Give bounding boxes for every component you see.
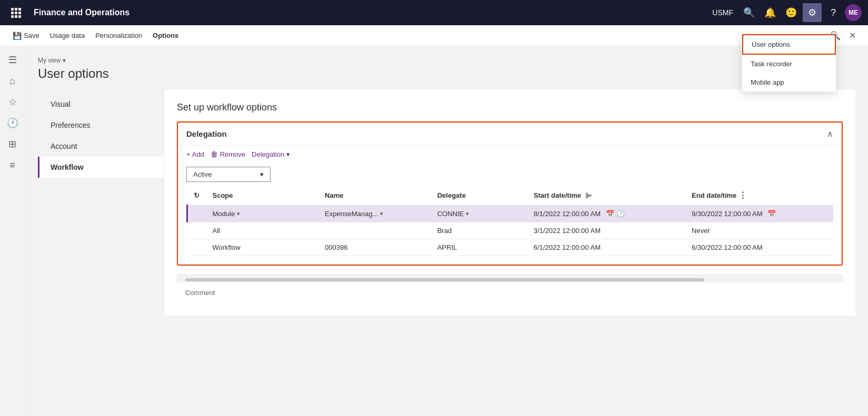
row-indicator-cell — [187, 239, 206, 256]
delegate-cell[interactable]: CONNIE ▾ — [431, 205, 527, 222]
main-layout: ☰ ⌂ ☆ 🕐 ⊞ ≡ My view ▾ User options Visua… — [0, 46, 868, 416]
my-view-breadcrumb[interactable]: My view ▾ — [38, 57, 855, 64]
nav-item-workflow[interactable]: Workflow — [38, 157, 164, 178]
svg-rect-8 — [18, 15, 21, 18]
left-nav-panel: Visual Preferences Account Workflow — [38, 89, 164, 316]
chevron-down-icon: ▾ — [286, 150, 290, 158]
nav-item-preferences[interactable]: Preferences — [38, 115, 164, 136]
sidebar-hamburger-icon[interactable]: ☰ — [3, 50, 22, 69]
delegate-dropdown-icon[interactable]: ▾ — [466, 210, 469, 217]
add-button[interactable]: + Add — [186, 150, 204, 158]
delegation-toolbar: + Add 🗑 Remove Delegation ▾ — [178, 145, 842, 163]
sidebar-modules-icon[interactable]: ≡ — [3, 156, 22, 175]
start-datetime-cell[interactable]: 8/1/2022 12:00:00 AM 📅 🕐 — [527, 205, 685, 222]
close-button[interactable]: ✕ — [845, 28, 860, 43]
personalization-button[interactable]: Personalization — [91, 29, 146, 42]
scope-cell[interactable]: All — [206, 222, 319, 239]
th-refresh[interactable]: ↻ — [187, 186, 206, 205]
sidebar-recent-icon[interactable]: 🕐 — [3, 114, 22, 133]
refresh-icon[interactable]: ↻ — [194, 191, 199, 199]
notification-icon[interactable]: 🔔 — [761, 3, 780, 22]
user-options-menu-item[interactable]: User options — [742, 34, 836, 55]
collapse-icon[interactable]: ∧ — [827, 129, 833, 139]
table-row[interactable]: Workflow 000396 APRIL 6/1/ — [187, 239, 834, 256]
nav-item-account[interactable]: Account — [38, 136, 164, 157]
section-title: Set up workflow options — [177, 102, 843, 113]
mobile-app-menu-item[interactable]: Mobile app — [742, 73, 836, 92]
name-cell[interactable]: ExpenseManag... ▾ — [318, 205, 431, 222]
horizontal-scrollbar[interactable] — [177, 274, 843, 282]
end-calendar-icon[interactable]: 📅 — [767, 210, 776, 218]
save-button[interactable]: 💾 Save — [8, 29, 44, 42]
delegation-section: Delegation ∧ + Add 🗑 Remove Delegation — [177, 121, 843, 266]
scrollbar-track[interactable] — [185, 278, 704, 281]
delegation-title: Delegation — [186, 129, 227, 138]
comment-section: Comment — [177, 282, 843, 303]
scope-cell[interactable]: Module ▾ — [206, 205, 319, 222]
th-name: Name — [318, 186, 431, 205]
end-datetime-cell[interactable]: Never — [685, 222, 833, 239]
clock-icon[interactable]: 🕐 — [616, 210, 625, 218]
th-start-datetime: Start date/time ⊫ — [527, 186, 685, 205]
dropdown-arrow-icon: ▾ — [260, 170, 264, 178]
scope-dropdown-icon[interactable]: ▾ — [237, 210, 240, 217]
table-row[interactable]: All Brad 3/1/2022 12:00:0 — [187, 222, 834, 239]
status-dropdown[interactable]: Active ▾ — [186, 167, 271, 182]
end-datetime-cell[interactable]: 9/30/2022 12:00:00 AM 📅 — [685, 205, 833, 222]
company-label: USMF — [712, 8, 733, 17]
app-launcher-icon[interactable] — [6, 3, 25, 22]
svg-rect-2 — [18, 8, 21, 11]
sidebar-favorites-icon[interactable]: ☆ — [3, 93, 22, 111]
delegation-table: ↻ Scope Name Delegate — [186, 186, 833, 256]
row-indicator-cell — [187, 222, 206, 239]
delegation-header: Delegation ∧ — [178, 123, 842, 145]
svg-rect-5 — [18, 12, 21, 14]
gear-dropdown-menu: User options Task recorder Mobile app — [742, 34, 836, 92]
remove-button[interactable]: 🗑 Remove — [211, 150, 245, 158]
options-button[interactable]: Options — [148, 29, 183, 42]
svg-rect-3 — [11, 12, 14, 14]
svg-rect-1 — [15, 8, 17, 11]
nav-item-visual[interactable]: Visual — [38, 94, 164, 115]
app-title: Finance and Operations — [29, 8, 129, 17]
name-cell[interactable]: 000396 — [318, 239, 431, 256]
usage-data-button[interactable]: Usage data — [46, 29, 89, 42]
end-datetime-cell[interactable]: 6/30/2022 12:00:00 AM — [685, 239, 833, 256]
th-end-datetime: End date/time ⋮ — [685, 186, 833, 205]
help-icon[interactable]: ? — [824, 3, 843, 22]
search-icon[interactable]: 🔍 — [740, 3, 759, 22]
content-area: My view ▾ User options Visual Preference… — [25, 46, 868, 416]
delegate-cell[interactable]: Brad — [431, 222, 527, 239]
filter-icon[interactable]: ⊫ — [585, 191, 592, 200]
page-title: User options — [38, 66, 855, 81]
trash-icon: 🗑 — [211, 150, 218, 158]
sidebar-home-icon[interactable]: ⌂ — [3, 72, 22, 90]
svg-rect-7 — [15, 15, 17, 18]
avatar[interactable]: ME — [845, 4, 862, 21]
action-toolbar: 💾 Save Usage data Personalization Option… — [0, 25, 868, 46]
delegate-cell[interactable]: APRIL — [431, 239, 527, 256]
settings-icon[interactable]: ⚙ — [803, 3, 822, 22]
name-cell[interactable] — [318, 222, 431, 239]
svg-rect-0 — [11, 8, 14, 11]
svg-rect-4 — [15, 12, 17, 14]
row-indicator-cell — [187, 205, 206, 222]
save-icon: 💾 — [13, 32, 22, 40]
start-datetime-cell[interactable]: 6/1/2022 12:00:00 AM — [527, 239, 685, 256]
calendar-icon[interactable]: 📅 — [606, 210, 614, 218]
task-recorder-menu-item[interactable]: Task recorder — [742, 55, 836, 73]
svg-rect-6 — [11, 15, 14, 18]
start-datetime-cell[interactable]: 3/1/2022 12:00:00 AM — [527, 222, 685, 239]
name-dropdown-icon[interactable]: ▾ — [380, 210, 383, 217]
two-column-layout: Visual Preferences Account Workflow Set … — [38, 89, 855, 316]
feedback-icon[interactable]: 🙂 — [782, 3, 801, 22]
delegation-dropdown-button[interactable]: Delegation ▾ — [252, 150, 290, 158]
sidebar-workspaces-icon[interactable]: ⊞ — [3, 135, 22, 154]
left-sidebar: ☰ ⌂ ☆ 🕐 ⊞ ≡ — [0, 46, 25, 416]
th-scope: Scope — [206, 186, 319, 205]
top-bar: Finance and Operations USMF 🔍 🔔 🙂 ⚙ ? ME — [0, 0, 868, 25]
scope-cell[interactable]: Workflow — [206, 239, 319, 256]
more-options-icon[interactable]: ⋮ — [739, 190, 747, 200]
table-row[interactable]: Module ▾ ExpenseManag... ▾ — [187, 205, 834, 222]
right-content-panel: Set up workflow options Delegation ∧ + A… — [164, 89, 855, 316]
